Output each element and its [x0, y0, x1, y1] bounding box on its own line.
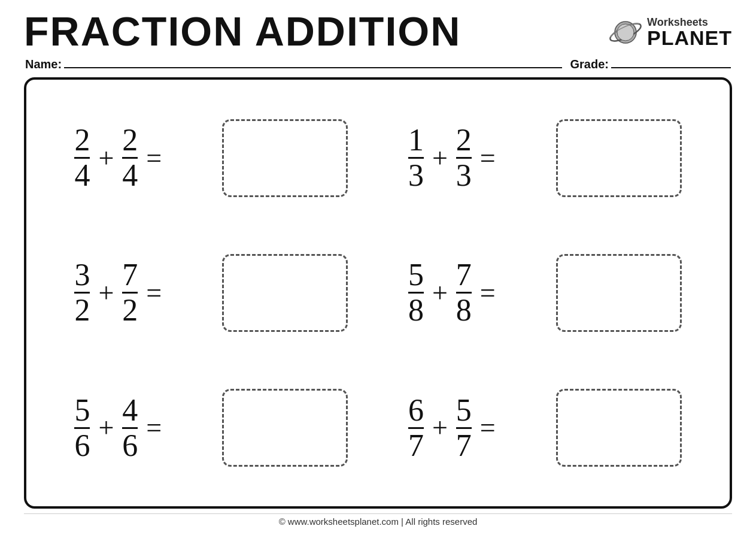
name-label: Name: — [25, 58, 62, 71]
fraction-5: 3 2 — [74, 259, 90, 326]
frac-num: 4 — [122, 395, 138, 426]
problems-row-3: 5 6 + 4 6 = 6 7 + — [44, 361, 712, 495]
logo-text: Worksheets PLANET — [647, 17, 732, 48]
frac-num: 2 — [456, 125, 472, 156]
problems-row-2: 3 2 + 7 2 = 5 8 + — [44, 225, 712, 360]
answer-box-1-right[interactable] — [556, 119, 682, 197]
frac-den: 2 — [122, 295, 138, 326]
planet-icon — [608, 14, 643, 50]
fraction-12: 5 7 — [456, 395, 472, 461]
frac-num: 5 — [74, 395, 90, 426]
equals-sign: = — [146, 414, 162, 442]
answer-box-2-right[interactable] — [556, 254, 682, 332]
equals-sign: = — [146, 144, 162, 172]
plus-operator: + — [432, 279, 448, 307]
frac-num: 6 — [408, 395, 424, 426]
fraction-8: 7 8 — [456, 259, 472, 326]
frac-den: 6 — [74, 430, 90, 461]
frac-num: 2 — [74, 125, 90, 156]
plus-operator: + — [432, 414, 448, 442]
frac-num: 7 — [456, 259, 472, 291]
logo-planet-label: PLANET — [647, 28, 732, 48]
plus-operator: + — [98, 279, 114, 307]
fraction-3: 1 3 — [408, 125, 424, 191]
header: FRACTION ADDITION Worksheets PLANET — [24, 11, 732, 52]
problem-3-left: 5 6 + 4 6 = — [74, 395, 162, 461]
fraction-6: 7 2 — [122, 259, 138, 326]
answer-box-2-left[interactable] — [222, 254, 348, 332]
answer-box-3-right[interactable] — [556, 389, 682, 467]
main-box: 2 4 + 2 4 = 1 3 + — [24, 77, 732, 509]
problem-1-left: 2 4 + 2 4 = — [74, 125, 162, 191]
frac-den: 7 — [456, 430, 472, 461]
fraction-9: 5 6 — [74, 395, 90, 461]
equals-sign: = — [480, 414, 496, 442]
grade-label: Grade: — [570, 58, 609, 71]
frac-den: 3 — [408, 160, 424, 191]
fraction-10: 4 6 — [122, 395, 138, 461]
fraction-4: 2 3 — [456, 125, 472, 191]
fraction-11: 6 7 — [408, 395, 424, 461]
frac-num: 7 — [122, 259, 138, 291]
frac-den: 4 — [74, 160, 90, 191]
equals-sign: = — [480, 279, 496, 307]
page-title: FRACTION ADDITION — [24, 11, 461, 52]
footer: © www.worksheetsplanet.com | All rights … — [24, 513, 732, 529]
frac-num: 2 — [122, 125, 138, 156]
frac-num: 5 — [408, 259, 424, 291]
frac-den: 7 — [408, 430, 424, 461]
frac-num: 5 — [456, 395, 472, 426]
answer-box-3-left[interactable] — [222, 389, 348, 467]
plus-operator: + — [432, 144, 448, 172]
frac-den: 4 — [122, 160, 138, 191]
fraction-2: 2 4 — [122, 125, 138, 191]
equals-sign: = — [480, 144, 496, 172]
equals-sign: = — [146, 279, 162, 307]
frac-den: 8 — [408, 295, 424, 326]
logo: Worksheets PLANET — [608, 14, 732, 50]
frac-num: 3 — [74, 259, 90, 291]
fraction-7: 5 8 — [408, 259, 424, 326]
frac-den: 2 — [74, 295, 90, 326]
frac-den: 3 — [456, 160, 472, 191]
footer-text: © www.worksheetsplanet.com | All rights … — [279, 516, 478, 527]
plus-operator: + — [98, 144, 114, 172]
name-line — [64, 55, 561, 68]
fraction-1: 2 4 — [74, 125, 90, 191]
frac-num: 1 — [408, 125, 424, 156]
problem-1-right: 1 3 + 2 3 = — [408, 125, 496, 191]
frac-den: 8 — [456, 295, 472, 326]
grade-line — [611, 55, 731, 68]
problems-row-1: 2 4 + 2 4 = 1 3 + — [44, 90, 712, 225]
problem-2-right: 5 8 + 7 8 = — [408, 259, 496, 326]
problem-2-left: 3 2 + 7 2 = — [74, 259, 162, 326]
problem-3-right: 6 7 + 5 7 = — [408, 395, 496, 461]
name-grade-row: Name: Grade: — [24, 55, 732, 71]
answer-box-1-left[interactable] — [222, 119, 348, 197]
page: FRACTION ADDITION Worksheets PLANET — [0, 0, 756, 535]
frac-den: 6 — [122, 430, 138, 461]
plus-operator: + — [98, 414, 114, 442]
